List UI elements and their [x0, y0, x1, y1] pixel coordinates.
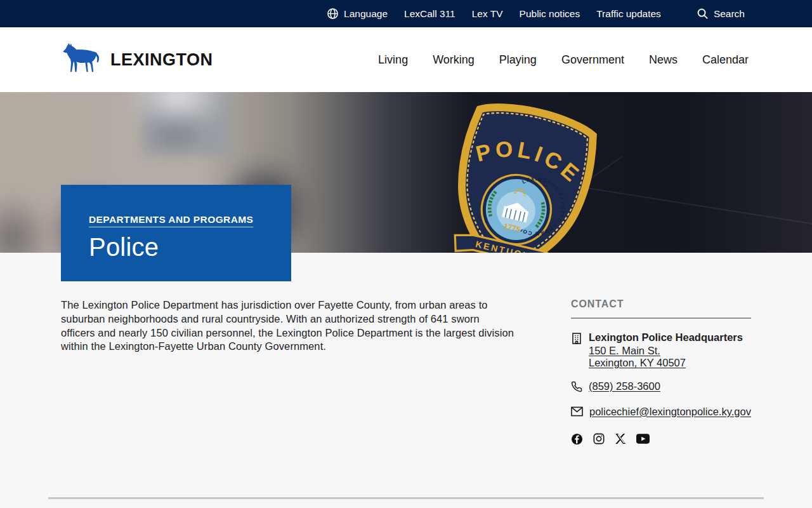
contact-email-row: policechief@lexingtonpolice.ky.gov — [571, 406, 751, 419]
lexcall-label: LexCall 311 — [404, 8, 455, 20]
contact-org-name: Lexington Police Headquarters — [589, 331, 743, 344]
traffic-updates-link[interactable]: Traffic updates — [596, 8, 661, 20]
public-notices-link[interactable]: Public notices — [520, 8, 580, 20]
phone-link[interactable]: (859) 258-3600 — [589, 380, 660, 393]
nav-calendar[interactable]: Calendar — [702, 53, 749, 67]
horse-logo-icon — [61, 41, 102, 78]
public-notices-label: Public notices — [520, 8, 580, 20]
facebook-icon — [571, 436, 583, 447]
intro-paragraph: The Lexington Police Department has juri… — [61, 298, 514, 448]
nav-government[interactable]: Government — [561, 53, 624, 67]
social-links — [571, 433, 751, 448]
lexcall-link[interactable]: LexCall 311 — [404, 8, 455, 20]
youtube-link[interactable] — [636, 434, 650, 446]
traffic-updates-label: Traffic updates — [596, 8, 661, 20]
page-title: Police — [89, 233, 291, 262]
logo-wordmark: LEXINGTON — [110, 50, 213, 70]
contact-divider — [571, 318, 751, 319]
youtube-icon — [636, 435, 650, 446]
phone-icon — [571, 380, 582, 395]
breadcrumb-departments-link[interactable]: DEPARTMENTS AND PROGRAMS — [89, 214, 253, 225]
contact-heading: CONTACT — [571, 298, 751, 310]
address-line1-link[interactable]: 150 E. Main St. — [589, 345, 743, 358]
nav-living[interactable]: Living — [378, 53, 408, 67]
lextv-label: Lex TV — [472, 8, 503, 20]
contact-panel: CONTACT Lexington Police Headquarters 15… — [571, 298, 751, 448]
utility-bar: Language LexCall 311 Lex TV Public notic… — [0, 0, 812, 27]
hero-section: POLICE LEXINGTON-FAYETTE URBAN COUNTY — [0, 92, 812, 253]
search-icon — [697, 8, 709, 20]
address-line2-link[interactable]: Lexington, KY 40507 — [589, 357, 743, 370]
email-icon — [571, 406, 583, 419]
nav-working[interactable]: Working — [433, 53, 475, 67]
site-header: LEXINGTON Living Working Playing Governm… — [0, 27, 812, 92]
bottom-divider — [48, 497, 764, 499]
search-button[interactable]: Search — [697, 8, 745, 20]
nav-news[interactable]: News — [649, 53, 678, 67]
x-link[interactable] — [615, 433, 626, 447]
globe-icon — [327, 8, 339, 20]
main-content: The Lexington Police Department has juri… — [0, 253, 812, 448]
language-label: Language — [344, 8, 388, 20]
page-title-box: DEPARTMENTS AND PROGRAMS Police — [61, 185, 291, 281]
search-label: Search — [714, 8, 745, 20]
contact-phone-row: (859) 258-3600 — [571, 380, 751, 395]
nav-playing[interactable]: Playing — [499, 53, 537, 67]
instagram-icon — [593, 436, 605, 446]
facebook-link[interactable] — [571, 433, 583, 448]
x-icon — [615, 436, 626, 446]
email-link[interactable]: policechief@lexingtonpolice.ky.gov — [589, 406, 751, 418]
contact-address-row: Lexington Police Headquarters 150 E. Mai… — [571, 331, 751, 370]
site-logo[interactable]: LEXINGTON — [61, 41, 213, 78]
building-icon — [571, 331, 582, 370]
main-nav: Living Working Playing Government News C… — [378, 53, 749, 67]
language-link[interactable]: Language — [327, 8, 388, 20]
lextv-link[interactable]: Lex TV — [472, 8, 503, 20]
instagram-link[interactable] — [593, 433, 605, 447]
